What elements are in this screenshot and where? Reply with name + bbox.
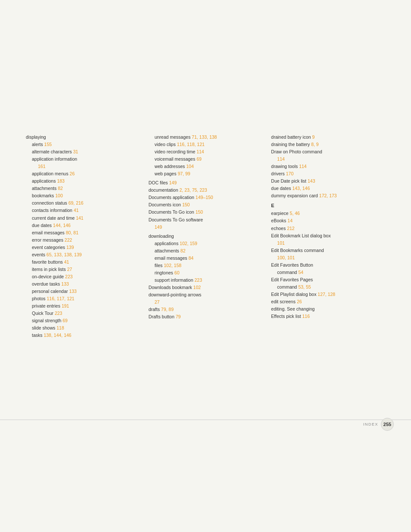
list-item: displaying bbox=[26, 134, 140, 141]
list-item: Documents icon 150 bbox=[149, 201, 263, 208]
list-item: DOC files 149 bbox=[149, 179, 263, 187]
list-item: bookmarks 100 bbox=[26, 192, 140, 199]
list-item: contacts information 41 bbox=[26, 207, 140, 214]
list-item: event categories 139 bbox=[26, 244, 140, 251]
list-item: video clips 116, 118, 121 bbox=[149, 141, 263, 148]
list-item: overdue tasks 133 bbox=[26, 280, 140, 288]
list-item: applications 102, 159 bbox=[149, 240, 263, 247]
column-2: unread messages 71, 133, 138 video clips… bbox=[149, 134, 271, 339]
list-item: command 54 bbox=[271, 269, 385, 276]
column-3: drained battery icon 9 draining the batt… bbox=[271, 134, 394, 339]
page-number: 255 bbox=[383, 422, 391, 427]
list-item: items in pick lists 27 bbox=[26, 266, 140, 273]
footer-divider bbox=[0, 420, 411, 420]
list-item: on-device guide 223 bbox=[26, 273, 140, 280]
page: displaying alerts 155 alternate characte… bbox=[0, 0, 411, 532]
list-item: drawing tools 114 bbox=[271, 163, 385, 170]
list-item: Quick Tour 223 bbox=[26, 310, 140, 317]
list-item: photos 116, 117, 121 bbox=[26, 295, 140, 302]
list-item: edit screens 26 bbox=[271, 298, 385, 305]
list-item: editing. See changing bbox=[271, 305, 385, 313]
list-item: Documents application 149–150 bbox=[149, 194, 263, 201]
list-item: Due Date pick list 143 bbox=[271, 177, 385, 185]
list-item: Documents To Go icon 150 bbox=[149, 208, 263, 216]
list-item: unread messages 71, 133, 138 bbox=[149, 134, 263, 141]
list-item: personal calendar 133 bbox=[26, 288, 140, 295]
list-item: 27 bbox=[149, 299, 263, 306]
list-item: web pages 97, 99 bbox=[149, 170, 263, 177]
list-item: Documents To Go software bbox=[149, 216, 263, 224]
list-item: alerts 155 bbox=[26, 141, 140, 148]
list-item: Downloads bookmark 102 bbox=[149, 284, 263, 291]
list-item: connection status 69, 216 bbox=[26, 199, 140, 207]
content-area: displaying alerts 155 alternate characte… bbox=[26, 134, 394, 339]
list-item: alternate characters 31 bbox=[26, 148, 140, 156]
list-item: eBooks 14 bbox=[271, 217, 385, 224]
section-letter-e: E bbox=[271, 203, 385, 208]
list-item: dummy expansion card 172, 173 bbox=[271, 192, 385, 199]
list-item: command 53, 55 bbox=[271, 283, 385, 291]
list-item: Draw on Photo command bbox=[271, 148, 385, 156]
list-item: Edit Bookmarks command bbox=[271, 247, 385, 254]
list-item: events 65, 133, 138, 139 bbox=[26, 251, 140, 258]
list-item: Effects pick list 116 bbox=[271, 313, 385, 320]
list-item: 101 bbox=[271, 240, 385, 247]
list-item: Drafts button 79 bbox=[149, 313, 263, 320]
list-item: private entries 191 bbox=[26, 302, 140, 310]
list-item: current date and time 141 bbox=[26, 215, 140, 222]
list-item: signal strength 69 bbox=[26, 317, 140, 324]
list-item: documentation 2, 23, 75, 223 bbox=[149, 187, 263, 194]
list-item: echoes 212 bbox=[271, 225, 385, 232]
list-item: 161 bbox=[26, 163, 140, 170]
list-item: Edit Favorites Pages bbox=[271, 276, 385, 283]
list-item: slide shows 118 bbox=[26, 324, 140, 332]
list-item: web addresses 104 bbox=[149, 163, 263, 170]
list-item: tasks 138, 144, 146 bbox=[26, 332, 140, 339]
list-item: downward-pointing arrows bbox=[149, 291, 263, 299]
list-item: application information bbox=[26, 156, 140, 163]
list-item: favorite buttons 41 bbox=[26, 258, 140, 266]
list-item: video recording time 114 bbox=[149, 148, 263, 156]
list-item: due dates 143, 146 bbox=[271, 185, 385, 192]
list-item: earpiece 5, 46 bbox=[271, 210, 385, 217]
list-item: Edit Favorites Button bbox=[271, 261, 385, 269]
list-item: email messages 84 bbox=[149, 255, 263, 262]
list-item: voicemail messages 69 bbox=[149, 156, 263, 163]
list-item: Edit Playlist dialog box 127, 128 bbox=[271, 291, 385, 298]
list-item: email messages 80, 81 bbox=[26, 229, 140, 236]
list-item: 149 bbox=[149, 224, 263, 231]
list-item: applications 183 bbox=[26, 177, 140, 185]
list-item: files 102, 158 bbox=[149, 262, 263, 269]
list-item: drained battery icon 9 bbox=[271, 134, 385, 141]
list-item: downloading bbox=[149, 233, 263, 240]
list-item: error messages 222 bbox=[26, 236, 140, 244]
column-1: displaying alerts 155 alternate characte… bbox=[26, 134, 149, 339]
list-item: draining the battery 8, 9 bbox=[271, 141, 385, 148]
list-item: attachments 82 bbox=[149, 247, 263, 255]
list-item: application menus 26 bbox=[26, 170, 140, 177]
list-item: ringtones 60 bbox=[149, 269, 263, 277]
list-item: Edit Bookmark List dialog box bbox=[271, 232, 385, 240]
footer: INDEX 255 bbox=[363, 418, 394, 431]
list-item: support information 223 bbox=[149, 277, 263, 284]
footer-label: INDEX bbox=[363, 422, 378, 426]
list-item: drafts 79, 89 bbox=[149, 306, 263, 313]
list-item: 114 bbox=[271, 156, 385, 163]
list-item: 100, 101 bbox=[271, 254, 385, 261]
list-item: attachments 82 bbox=[26, 185, 140, 192]
list-item: due dates 144, 146 bbox=[26, 222, 140, 229]
list-item: drivers 170 bbox=[271, 170, 385, 177]
page-number-badge: 255 bbox=[381, 418, 394, 431]
